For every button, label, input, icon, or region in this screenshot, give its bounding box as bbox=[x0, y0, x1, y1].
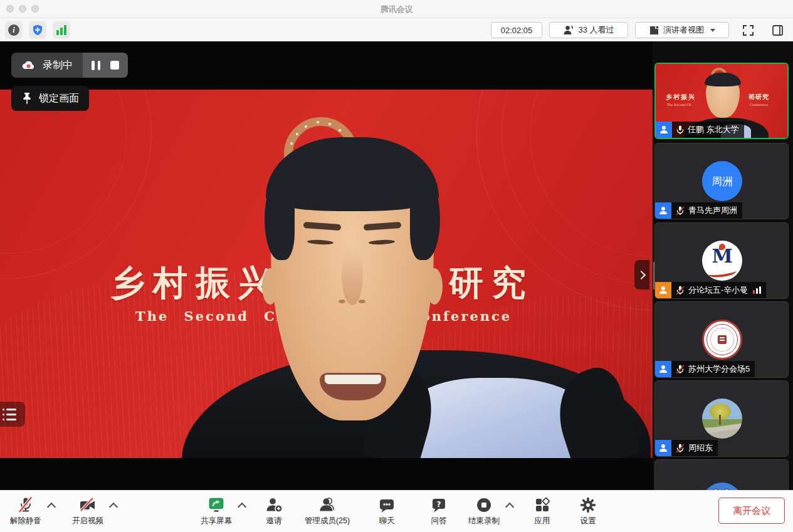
participant-badge-icon bbox=[655, 361, 671, 377]
settings-button[interactable]: 设置 bbox=[579, 495, 597, 526]
info-icon: i bbox=[8, 24, 19, 36]
stop-record-icon bbox=[475, 496, 493, 514]
window-titlebar: 腾讯会议 bbox=[0, 0, 793, 18]
screen-share-icon bbox=[207, 496, 226, 514]
svg-text:?: ? bbox=[437, 499, 441, 508]
unmute-button[interactable]: 解除静音 bbox=[10, 495, 41, 526]
security-button[interactable] bbox=[29, 21, 46, 39]
mic-muted-icon bbox=[676, 444, 685, 453]
lock-view-label: 锁定画面 bbox=[39, 92, 79, 105]
cloud-record-icon bbox=[21, 59, 36, 71]
viewers-button[interactable]: 33 人看过 bbox=[549, 22, 628, 38]
share-screen-button[interactable]: 共享屏幕 bbox=[201, 495, 232, 526]
chat-icon bbox=[377, 496, 396, 514]
qa-icon: ? bbox=[429, 496, 448, 514]
mic-muted-icon bbox=[16, 496, 35, 514]
avatar bbox=[702, 320, 742, 360]
manage-members-button[interactable]: 管理成员(25) bbox=[305, 495, 350, 526]
recording-label: 录制中 bbox=[43, 59, 73, 72]
speaker-stage: 乡村振兴 裕研究 The Second Ch Conference bbox=[0, 41, 653, 490]
collapse-sidebar-button[interactable] bbox=[634, 260, 649, 289]
participant-tile-xinxiaoman[interactable]: M 分论坛五-辛小曼 bbox=[654, 222, 789, 299]
stop-recording-button[interactable] bbox=[110, 61, 119, 70]
participant-tile-renpeng[interactable]: 乡村振兴 裕研究 The Second Ch Conference bbox=[654, 63, 789, 139]
participant-name: 青马先声周洲 bbox=[688, 205, 737, 216]
apps-button[interactable]: 应用 bbox=[533, 495, 552, 526]
speaker-video: 乡村振兴 裕研究 The Second Ch Conference bbox=[0, 90, 653, 458]
fullscreen-button[interactable] bbox=[741, 23, 755, 40]
end-recording-button[interactable]: 结束录制 bbox=[468, 495, 500, 526]
avatar bbox=[702, 399, 742, 439]
side-panel-toggle-button[interactable] bbox=[770, 23, 785, 40]
mic-muted-icon bbox=[676, 286, 685, 295]
chevron-up-icon[interactable] bbox=[109, 503, 118, 511]
participant-tile-partial[interactable] bbox=[654, 459, 789, 490]
view-mode-label: 演讲者视图 bbox=[663, 24, 704, 36]
participant-badge-icon bbox=[656, 122, 672, 138]
apps-icon bbox=[533, 496, 552, 514]
fullscreen-icon bbox=[741, 23, 755, 38]
signal-bars-icon bbox=[753, 286, 761, 294]
avatar bbox=[702, 482, 742, 490]
members-icon bbox=[318, 496, 337, 514]
chevron-up-icon[interactable] bbox=[505, 503, 514, 511]
control-bar: 解除静音 开启视频 共享屏幕 bbox=[0, 490, 793, 532]
viewers-count-label: 33 人看过 bbox=[578, 24, 614, 36]
mic-muted-icon bbox=[676, 365, 685, 374]
avatar: M bbox=[702, 241, 742, 281]
meeting-info-button[interactable]: i bbox=[5, 21, 23, 39]
chevron-right-icon bbox=[637, 270, 646, 279]
caret-down-icon bbox=[710, 29, 715, 32]
participant-name: 任鹏 东北大学 bbox=[688, 124, 739, 135]
participant-tile-zhoushaodong[interactable]: 周绍东 bbox=[654, 380, 789, 457]
lock-view-button[interactable]: 锁定画面 bbox=[11, 86, 89, 111]
chat-button[interactable]: 聊天 bbox=[377, 495, 396, 526]
chevron-up-icon[interactable] bbox=[238, 503, 246, 511]
meeting-main-area: 乡村振兴 裕研究 The Second Ch Conference bbox=[0, 41, 793, 490]
list-icon bbox=[3, 409, 25, 410]
network-stats-button[interactable] bbox=[53, 21, 70, 39]
participant-badge-icon bbox=[655, 282, 671, 298]
participant-sidebar: 乡村振兴 裕研究 The Second Ch Conference bbox=[653, 41, 793, 490]
participant-name: 分论坛五-辛小曼 bbox=[688, 284, 748, 296]
caption-list-button[interactable] bbox=[0, 402, 25, 427]
banner-subtitle-left: The Second Ch bbox=[135, 308, 288, 324]
participant-name: 周绍东 bbox=[688, 442, 713, 454]
side-panel-icon bbox=[770, 23, 785, 38]
invite-icon bbox=[265, 496, 283, 514]
qa-button[interactable]: ? 问答 bbox=[429, 495, 448, 526]
window-title: 腾讯会议 bbox=[0, 4, 793, 15]
participant-tile-suzhou[interactable]: 苏州大学分会场5 bbox=[654, 301, 789, 378]
banner-title-left: 乡村振兴 bbox=[110, 260, 281, 306]
view-mode-dropdown[interactable]: 演讲者视图 bbox=[635, 22, 729, 38]
pin-icon bbox=[21, 92, 33, 105]
participant-badge-icon bbox=[655, 440, 671, 456]
settings-gear-icon bbox=[579, 496, 597, 514]
speaker-head bbox=[268, 140, 436, 420]
viewers-person-icon bbox=[563, 24, 574, 36]
invite-button[interactable]: 邀请 bbox=[265, 495, 283, 526]
meeting-timer: 02:02:05 bbox=[491, 22, 542, 38]
participant-badge-icon bbox=[655, 202, 671, 219]
mic-muted-icon bbox=[676, 206, 685, 216]
meeting-toolbar: i 02:02:05 33 人看过 演讲者视图 bbox=[0, 18, 793, 41]
layout-icon bbox=[649, 25, 659, 36]
participant-tile-zhouzhou[interactable]: 周洲 青马先声周洲 bbox=[654, 143, 789, 219]
timer-value: 02:02:05 bbox=[501, 26, 533, 35]
chevron-up-icon[interactable] bbox=[47, 503, 56, 511]
network-stats-icon bbox=[56, 25, 66, 35]
camera-muted-icon bbox=[78, 496, 97, 514]
leave-meeting-button[interactable]: 离开会议 bbox=[718, 498, 785, 524]
pause-recording-button[interactable] bbox=[92, 61, 100, 70]
recording-indicator: 录制中 bbox=[11, 53, 128, 78]
start-video-button[interactable]: 开启视频 bbox=[72, 495, 103, 526]
shield-icon bbox=[31, 24, 44, 36]
participant-name: 苏州大学分会场5 bbox=[688, 363, 750, 375]
avatar: 周洲 bbox=[702, 161, 742, 201]
mic-on-icon bbox=[676, 125, 684, 135]
